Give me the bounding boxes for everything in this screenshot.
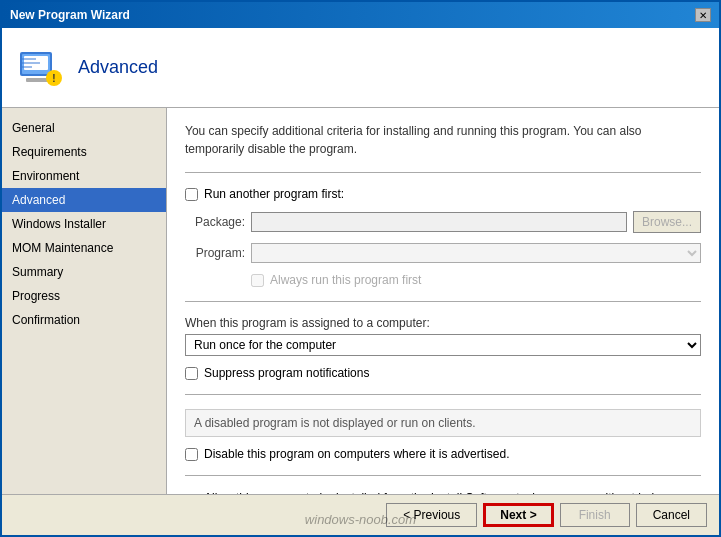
content-area: You can specify additional criteria for …	[167, 108, 719, 494]
sidebar-item-general[interactable]: General	[2, 116, 166, 140]
suppress-row: Suppress program notifications	[185, 366, 701, 380]
disable-checkbox[interactable]	[185, 448, 198, 461]
always-run-label: Always run this program first	[270, 273, 421, 287]
separator-4	[185, 475, 701, 476]
wizard-icon: !	[16, 44, 64, 92]
sidebar-item-environment[interactable]: Environment	[2, 164, 166, 188]
disabled-info: A disabled program is not displayed or r…	[185, 409, 701, 437]
close-button[interactable]: ✕	[695, 8, 711, 22]
wizard-header-title: Advanced	[78, 57, 158, 78]
sidebar-item-windows-installer[interactable]: Windows Installer	[2, 212, 166, 236]
browse-button[interactable]: Browse...	[633, 211, 701, 233]
run-another-program-label: Run another program first:	[204, 187, 344, 201]
sidebar-item-mom-maintenance[interactable]: MOM Maintenance	[2, 236, 166, 260]
program-label: Program:	[185, 246, 245, 260]
separator-3	[185, 394, 701, 395]
run-another-program-row: Run another program first:	[185, 187, 701, 201]
package-row: Package: Browse...	[185, 211, 701, 233]
package-input[interactable]	[251, 212, 627, 232]
separator-1	[185, 172, 701, 173]
suppress-label: Suppress program notifications	[204, 366, 369, 380]
finish-button[interactable]: Finish	[560, 503, 630, 527]
watermark: windows-noob.com	[305, 512, 416, 527]
next-button[interactable]: Next >	[483, 503, 553, 527]
sidebar-item-summary[interactable]: Summary	[2, 260, 166, 284]
cancel-button[interactable]: Cancel	[636, 503, 707, 527]
program-row: Program:	[185, 243, 701, 263]
when-assigned-section: When this program is assigned to a compu…	[185, 316, 701, 356]
program-select[interactable]	[251, 243, 701, 263]
run-once-select[interactable]: Run once for the computer	[185, 334, 701, 356]
sidebar-item-progress[interactable]: Progress	[2, 284, 166, 308]
always-run-checkbox[interactable]	[251, 274, 264, 287]
svg-text:!: !	[52, 73, 55, 84]
package-label: Package:	[185, 215, 245, 229]
run-once-row: Run once for the computer	[185, 334, 701, 356]
sidebar-item-confirmation[interactable]: Confirmation	[2, 308, 166, 332]
disable-label: Disable this program on computers where …	[204, 447, 509, 461]
svg-rect-6	[22, 58, 36, 60]
suppress-checkbox[interactable]	[185, 367, 198, 380]
separator-2	[185, 301, 701, 302]
window-title: New Program Wizard	[10, 8, 130, 22]
description-text: You can specify additional criteria for …	[185, 122, 701, 158]
when-assigned-label: When this program is assigned to a compu…	[185, 316, 701, 330]
run-another-program-checkbox[interactable]	[185, 188, 198, 201]
title-bar: New Program Wizard ✕	[2, 2, 719, 28]
wizard-body: General Requirements Environment Advance…	[2, 108, 719, 494]
wizard-header: ! Advanced	[2, 28, 719, 108]
svg-rect-8	[22, 66, 32, 68]
svg-rect-7	[22, 62, 40, 64]
disable-row: Disable this program on computers where …	[185, 447, 701, 461]
wizard-window: New Program Wizard ✕ ! Advanced General …	[0, 0, 721, 537]
sidebar-item-advanced[interactable]: Advanced	[2, 188, 166, 212]
sidebar: General Requirements Environment Advance…	[2, 108, 167, 494]
always-run-row: Always run this program first	[185, 273, 701, 287]
sidebar-item-requirements[interactable]: Requirements	[2, 140, 166, 164]
